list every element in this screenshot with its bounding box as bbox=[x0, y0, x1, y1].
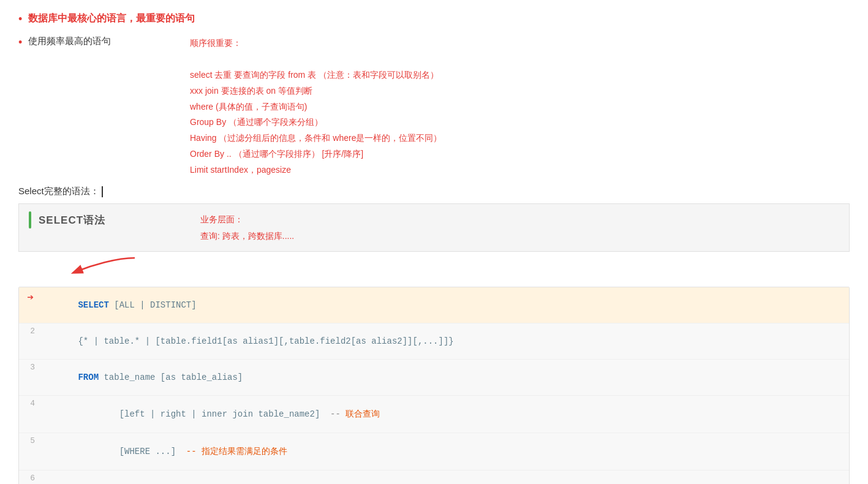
code-line-2: 2 {* | table.* | [table.field1[as alias1… bbox=[19, 323, 849, 360]
line5-comment: -- 指定结果需满足的条件 bbox=[176, 447, 287, 456]
kw-distinct: [ALL | DISTINCT] bbox=[114, 300, 196, 310]
code-line-5: 5 [WHERE ...] -- 指定结果需满足的条件 bbox=[19, 433, 849, 471]
code-block: ➔ SELECT [ALL | DISTINCT] 2 {* | table.*… bbox=[18, 287, 850, 484]
bullet-text-1: 数据库中最核心的语言，最重要的语句 bbox=[28, 12, 195, 25]
line-num-4: 4 bbox=[19, 396, 42, 411]
select-syntax-title: SELECT语法 bbox=[39, 213, 105, 227]
line-content-3: FROM table_name [as table_alias] bbox=[42, 360, 849, 395]
line-content-2: {* | table.* | [table.field1[as alias1][… bbox=[42, 323, 849, 359]
line-num-5: 5 bbox=[19, 433, 42, 448]
select-syntax-left: SELECT语法 bbox=[29, 211, 200, 229]
cursor bbox=[102, 186, 103, 197]
line-num-2: 2 bbox=[19, 323, 42, 339]
line-content-1: SELECT [ALL | DISTINCT] bbox=[42, 287, 849, 323]
bullet-text-2: 使用频率最高的语句 bbox=[28, 36, 111, 47]
business-line-1: 查询: 跨表，跨数据库..... bbox=[200, 231, 294, 241]
kw-select: SELECT bbox=[78, 300, 114, 310]
order-label: 顺序很重要： select 去重 要查询的字段 from 表 （注意：表和字段可… bbox=[190, 36, 850, 178]
select-complete-left: Select完整的语法： bbox=[18, 184, 190, 197]
line-content-6: [GROUP BY ...] -- 指定结果按照哪几个字段来分组 bbox=[42, 471, 849, 484]
bullet-dot-2: • bbox=[18, 36, 22, 49]
bullet-item-1: • 数据库中最核心的语言，最重要的语句 bbox=[18, 12, 850, 26]
select-syntax-right: 业务层面： 查询: 跨表，跨数据库..... bbox=[200, 211, 839, 244]
line2-text: {* | table.* | [table.field1[as alias1][… bbox=[78, 336, 453, 346]
bullet-2-left: • 使用频率最高的语句 bbox=[18, 36, 190, 59]
line4-bracket: [left | right | inner join table_name2] bbox=[78, 409, 320, 419]
line3-rest: table_name [as table_alias] bbox=[104, 372, 243, 382]
select-complete-label: Select完整的语法： bbox=[18, 186, 99, 197]
code-line-4: 4 [left | right | inner join table_name2… bbox=[19, 396, 849, 433]
line-num-1: ➔ bbox=[19, 287, 42, 307]
select-complete-section: Select完整的语法： bbox=[18, 184, 850, 197]
business-text: 业务层面： 查询: 跨表，跨数据库..... bbox=[200, 211, 839, 244]
order-section: 顺序很重要： select 去重 要查询的字段 from 表 （注意：表和字段可… bbox=[190, 36, 850, 178]
order-line-4: Group By （通过哪个字段来分组） bbox=[190, 117, 323, 127]
line4-dash: -- bbox=[320, 409, 345, 419]
line-content-5: [WHERE ...] -- 指定结果需满足的条件 bbox=[42, 433, 849, 470]
code-line-3: 3 FROM table_name [as table_alias] bbox=[19, 360, 849, 396]
bullet-2-section: • 使用频率最高的语句 顺序很重要： select 去重 要查询的字段 from… bbox=[18, 36, 850, 178]
bullet-item-2: • 使用频率最高的语句 bbox=[18, 36, 178, 49]
bullet-dot-1: • bbox=[18, 13, 22, 26]
order-line-3: where (具体的值，子查询语句) bbox=[190, 102, 307, 112]
line5-bracket: [WHERE ...] bbox=[78, 447, 176, 456]
select-syntax-block: SELECT语法 业务层面： 查询: 跨表，跨数据库..... bbox=[18, 203, 850, 252]
kw-from: FROM bbox=[78, 372, 104, 382]
order-line-5: Having （过滤分组后的信息，条件和 where是一样的，位置不同） bbox=[190, 133, 442, 143]
order-line-6: Order By .. （通过哪个字段排序） [升序/降序] bbox=[190, 149, 363, 159]
code-line-6: 6 [GROUP BY ...] -- 指定结果按照哪几个字段来分组 bbox=[19, 471, 849, 484]
line-num-3: 3 bbox=[19, 360, 42, 375]
order-line-2: xxx join 要连接的表 on 等值判断 bbox=[190, 86, 312, 96]
order-line-7: Limit startIndex，pagesize bbox=[190, 165, 291, 175]
order-line-1: select 去重 要查询的字段 from 表 （注意：表和字段可以取别名） bbox=[190, 70, 439, 80]
business-label: 业务层面： bbox=[200, 214, 243, 224]
code-line-1: ➔ SELECT [ALL | DISTINCT] bbox=[19, 287, 849, 323]
arrow-svg bbox=[67, 253, 141, 276]
arrow-area bbox=[67, 253, 850, 278]
line-num-6: 6 bbox=[19, 471, 42, 484]
green-bar bbox=[29, 211, 31, 229]
line4-comment: 联合查询 bbox=[345, 409, 380, 419]
line-content-4: [left | right | inner join table_name2] … bbox=[42, 396, 849, 433]
